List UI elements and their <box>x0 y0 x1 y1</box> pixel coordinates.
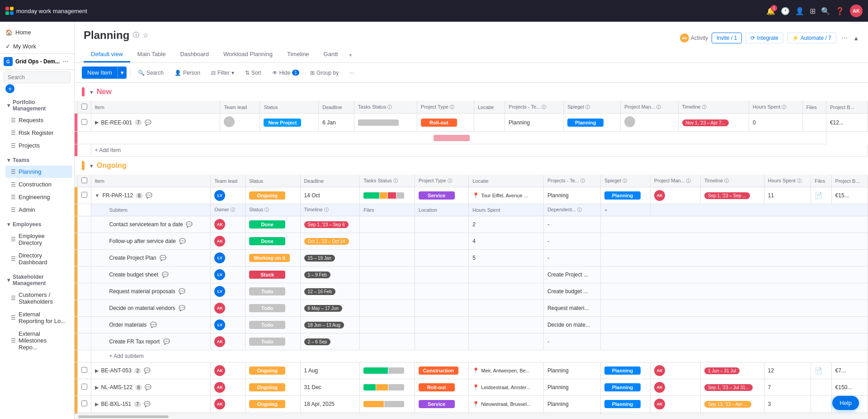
header-more-button[interactable]: ··· <box>840 33 849 43</box>
help-icon[interactable]: ❓ <box>835 7 844 15</box>
sidebar-item-risk-register[interactable]: ☰ Risk Register <box>5 127 72 139</box>
invite-button[interactable]: Invite / 1 <box>712 33 742 43</box>
add-col-icon[interactable]: + <box>604 207 607 213</box>
sidebar-item-engineering[interactable]: ☰ Engineering <box>5 191 72 203</box>
row-checkbox-cell[interactable] <box>77 362 91 379</box>
logo[interactable]: monday work management <box>5 7 87 15</box>
subitem-status-cell[interactable]: Todo <box>245 317 300 333</box>
row-status-cell[interactable]: Ongoing <box>245 362 300 379</box>
person-button[interactable]: 👤 Person <box>171 67 204 78</box>
col-checkbox-ongoing[interactable] <box>77 175 91 187</box>
section-ongoing-toggle[interactable]: ▾ <box>90 162 93 169</box>
help-button[interactable]: Help <box>832 396 859 410</box>
sidebar-item-projects[interactable]: ☰ Projects <box>5 139 72 152</box>
subitem-update-icon[interactable]: 💬 <box>150 322 157 328</box>
info-icon[interactable]: ⓘ <box>133 31 139 39</box>
tab-gantt[interactable]: Gantt <box>316 47 345 62</box>
subitem-update-icon[interactable]: 💬 <box>186 221 193 228</box>
user-avatar[interactable]: AK <box>850 5 863 17</box>
subitem-status-cell[interactable]: Working on it <box>245 250 300 267</box>
new-item-button[interactable]: New Item <box>82 67 118 79</box>
star-icon[interactable]: ☆ <box>143 32 149 39</box>
sidebar-section-employees[interactable]: ▾ Employees <box>2 218 72 229</box>
grid-icon[interactable]: ⊞ <box>810 7 816 15</box>
workspace-name-row[interactable]: G Grid Ops - Dem... <box>4 57 60 66</box>
update-icon[interactable]: 💬 <box>145 384 151 390</box>
tab-main-table[interactable]: Main Table <box>130 47 173 62</box>
sidebar-item-home[interactable]: 🏠 Home <box>0 25 74 39</box>
row-spiegel-cell[interactable]: Planning <box>600 187 650 204</box>
sidebar-item-customers[interactable]: ☰ Customers / Stakeholders <box>5 289 72 308</box>
row-spiegel-cell[interactable]: Planning <box>600 362 650 379</box>
horizontal-scrollbar-thumb[interactable] <box>78 415 169 418</box>
subitem-status-cell[interactable]: Todo <box>245 283 300 300</box>
sidebar-item-external-reporting[interactable]: ☰ External Reporting for Lo... <box>5 308 72 327</box>
search-button[interactable]: 🔍 Search <box>134 67 167 78</box>
sidebar-item-construction[interactable]: ☰ Construction <box>5 178 72 190</box>
row-projecttype-cell[interactable]: Construction <box>415 362 469 379</box>
row-expand-button[interactable]: ▶ <box>95 401 99 407</box>
automate-button[interactable]: ⚡ Automate / 7 <box>787 33 836 43</box>
tab-default-view[interactable]: Default view <box>84 47 130 62</box>
add-subitem-row[interactable]: + Add subitem <box>75 350 868 362</box>
subitem-status-cell[interactable]: Todo <box>245 333 300 350</box>
sort-button[interactable]: ⇅ Sort <box>241 67 265 78</box>
subitem-status-cell[interactable]: Todo <box>245 300 300 317</box>
row-checkbox[interactable] <box>81 119 87 125</box>
sidebar-section-teams[interactable]: ▾ Teams <box>2 153 72 165</box>
more-toolbar-button[interactable]: ··· <box>346 67 358 78</box>
sidebar-section-stakeholders[interactable]: ▾ Stakeholder Management <box>2 270 72 288</box>
row-checkbox-cell[interactable] <box>77 379 91 396</box>
add-item-row-new[interactable]: + Add Item <box>75 144 868 157</box>
row-status-cell[interactable]: New Project <box>260 114 319 132</box>
tab-dashboard[interactable]: Dashboard <box>173 47 216 62</box>
sidebar-item-external-milestones[interactable]: ☰ External Milestones Repo... <box>5 328 72 353</box>
tab-add-button[interactable]: + <box>345 48 356 62</box>
subitem-update-icon[interactable]: 💬 <box>179 238 186 244</box>
subitem-update-icon[interactable]: 💬 <box>162 271 169 278</box>
row-projecttype-cell[interactable]: Service <box>415 187 469 204</box>
sidebar-item-admin[interactable]: ☰ Admin <box>5 204 72 216</box>
update-icon[interactable]: 💬 <box>145 119 151 126</box>
row-projecttype-cell[interactable]: Roll-out <box>417 114 474 132</box>
sidebar-item-planning[interactable]: ☰ Planning <box>5 166 72 178</box>
row-status-cell[interactable]: Ongoing <box>245 187 300 204</box>
subitem-status-cell[interactable]: Stuck <box>245 267 300 283</box>
sidebar-search-input[interactable] <box>4 71 71 83</box>
update-icon[interactable]: 💬 <box>144 367 151 374</box>
tab-workload[interactable]: Workload Planning <box>216 47 280 62</box>
update-icon[interactable]: 💬 <box>144 401 151 407</box>
col-checkbox[interactable] <box>77 101 91 114</box>
subitem-status-cell[interactable]: Done <box>245 216 300 233</box>
subitem-update-icon[interactable]: 💬 <box>163 338 170 345</box>
section-new-toggle[interactable]: ▾ <box>90 89 93 95</box>
hide-button[interactable]: 👁 Hide 1 <box>269 67 303 78</box>
new-item-dropdown-button[interactable]: ▾ <box>118 67 127 79</box>
row-checkbox[interactable] <box>81 367 87 373</box>
row-checkbox-cell[interactable] <box>77 396 91 413</box>
row-status-cell[interactable]: Ongoing <box>245 396 300 413</box>
tab-timeline[interactable]: Timeline <box>280 47 316 62</box>
select-all-ongoing-checkbox[interactable] <box>81 177 87 183</box>
row-expand-button[interactable]: ▼ <box>95 193 100 198</box>
workspace-more-button[interactable]: ··· <box>61 57 71 67</box>
row-checkbox[interactable] <box>81 400 87 406</box>
row-spiegel-cell[interactable]: Planning <box>600 379 650 396</box>
activity-button[interactable]: AK Activity <box>680 33 708 43</box>
row-checkbox[interactable] <box>81 192 87 198</box>
row-expand-button[interactable]: ▶ <box>95 368 99 374</box>
row-checkbox-cell[interactable] <box>77 114 91 132</box>
row-projecttype-cell[interactable]: Service <box>415 396 469 413</box>
row-status-cell[interactable]: Ongoing <box>245 379 300 396</box>
update-icon[interactable]: 💬 <box>146 192 152 199</box>
person-icon[interactable]: 👤 <box>795 7 804 15</box>
row-spiegel-cell[interactable]: Planning <box>600 396 650 413</box>
sidebar-item-directory-dashboard[interactable]: ☰ Directory Dashboard <box>5 249 72 268</box>
col-sub-add[interactable]: + <box>600 204 650 216</box>
subitem-update-icon[interactable]: 💬 <box>179 288 185 295</box>
clock-icon[interactable]: 🕐 <box>781 7 790 15</box>
integrate-button[interactable]: ⟳ Integrate <box>745 33 783 43</box>
row-expand-button[interactable]: ▶ <box>95 119 99 125</box>
collapse-icon[interactable]: ▲ <box>853 35 859 42</box>
subitem-update-icon[interactable]: 💬 <box>160 255 166 261</box>
